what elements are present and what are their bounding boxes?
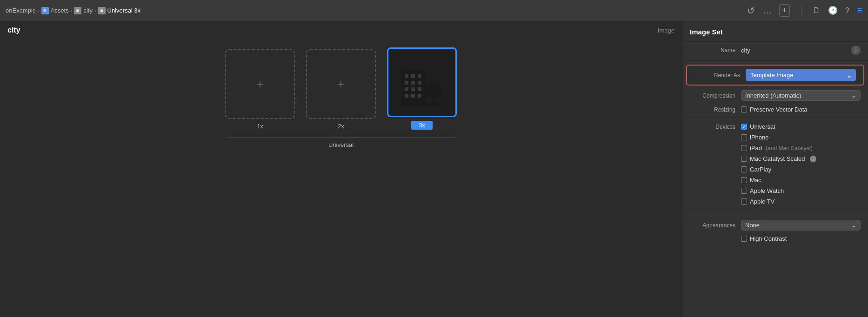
breadcrumb-sep-3: › [94, 8, 96, 13]
svg-rect-15 [399, 103, 445, 105]
breadcrumb-sep-2: › [71, 8, 73, 13]
device-label-universal: Universal [750, 123, 775, 130]
device-item-mac: Mac [741, 177, 761, 184]
breadcrumb-sep-1: › [38, 8, 40, 13]
svg-rect-6 [411, 81, 415, 85]
recent-icon[interactable]: 🕐 [828, 6, 838, 15]
top-bar-actions: ↺ … + 🗋 🕐 ? ≡ [747, 4, 862, 17]
svg-point-14 [425, 82, 442, 99]
device-row-mac-catalyst: Mac Catalyst Scaled i [682, 153, 868, 164]
render-as-dropdown[interactable]: Template Image ⌄ [746, 69, 856, 81]
device-item-mac-catalyst: Mac Catalyst Scaled i [741, 155, 816, 162]
name-field-value: city [741, 47, 851, 54]
device-item-carplay: CarPlay [741, 166, 771, 173]
appearances-arrow-icon: ⌄ [851, 222, 856, 229]
device-row-iphone: iPhone [682, 132, 868, 143]
name-field-label: Name [690, 47, 741, 53]
device-row-apple-watch: Apple Watch [682, 185, 868, 196]
device-checkbox-iphone[interactable] [741, 134, 747, 140]
divider-1 [682, 60, 868, 61]
device-checkbox-mac[interactable] [741, 177, 747, 183]
slot-box-3x[interactable] [387, 47, 457, 117]
device-label-apple-tv: Apple TV [750, 198, 775, 205]
render-as-dropdown-arrow: ⌄ [846, 71, 852, 79]
city-building-svg [396, 57, 447, 108]
inspector-icon[interactable]: ≡ [857, 5, 862, 16]
resizing-label: Resizing [690, 106, 741, 113]
compression-dropdown[interactable]: Inherited (Automatic) ⌄ [741, 90, 861, 101]
device-label-apple-watch: Apple Watch [750, 187, 784, 194]
svg-rect-8 [411, 94, 415, 98]
assets-icon: ⊞ [41, 7, 49, 14]
device-row-mac: Mac [682, 175, 868, 185]
breadcrumb-label-assets: Assets [51, 7, 69, 14]
device-label-mac-catalyst: Mac Catalyst Scaled [750, 155, 805, 162]
universal3x-icon: ▣ [98, 7, 106, 14]
mac-catalyst-info-icon[interactable]: i [810, 156, 816, 162]
device-checkbox-universal[interactable] [741, 124, 747, 130]
new-file-icon[interactable]: 🗋 [813, 6, 821, 15]
top-bar: onExample › ⊞ Assets › ▣ city › ▣ Univer… [0, 0, 868, 21]
device-checkbox-apple-watch[interactable] [741, 188, 747, 194]
breadcrumb-item-assets[interactable]: ⊞ Assets [41, 7, 69, 14]
more-options-button[interactable]: … [762, 5, 772, 16]
svg-rect-9 [418, 74, 421, 78]
device-row-ipad: iPad (and Mac Catalyst) [682, 143, 868, 153]
add-editor-button[interactable]: + [779, 4, 790, 17]
universal-label: Universal [227, 137, 455, 148]
compression-value: Inherited (Automatic) [745, 92, 801, 99]
panel-section-title: Image Set [682, 21, 868, 42]
resizing-row: Resizing Preserve Vector Data [682, 104, 868, 115]
device-item-apple-watch: Apple Watch [741, 187, 784, 194]
device-row-universal: Devices Universal [682, 121, 868, 132]
preserve-vector-data-item: Preserve Vector Data [741, 106, 808, 113]
render-as-value: Template Image [750, 72, 794, 79]
svg-rect-12 [418, 94, 421, 98]
image-slot-1x: + 1x [225, 49, 295, 130]
device-item-apple-tv: Apple TV [741, 198, 775, 205]
device-item-ipad: iPad (and Mac Catalyst) [741, 145, 813, 152]
device-checkbox-mac-catalyst[interactable] [741, 156, 747, 162]
appearances-row: Appearances None ⌄ [682, 216, 868, 233]
high-contrast-label: High Contrast [750, 235, 787, 242]
breadcrumb-item-city[interactable]: ▣ city [74, 7, 93, 14]
breadcrumb-item-app[interactable]: onExample [6, 7, 36, 14]
device-sub-ipad: (and Mac Catalyst) [766, 145, 813, 152]
canvas-title: city [7, 26, 20, 34]
plus-icon-1x: + [256, 77, 264, 92]
svg-rect-7 [411, 87, 415, 91]
render-as-row: Render As Template Image ⌄ [686, 65, 864, 86]
device-row-carplay: CarPlay [682, 164, 868, 175]
device-checkbox-carplay[interactable] [741, 166, 747, 172]
image-slots-row: + 1x + 2x [225, 47, 457, 130]
device-label-ipad: iPad [750, 145, 762, 152]
device-checkbox-apple-tv[interactable] [741, 198, 747, 205]
slot-box-1x[interactable]: + [225, 49, 295, 119]
high-contrast-row: High Contrast [682, 233, 868, 244]
svg-rect-3 [405, 87, 408, 91]
device-checkbox-ipad[interactable] [741, 145, 747, 151]
breadcrumb: onExample › ⊞ Assets › ▣ city › ▣ Univer… [6, 7, 140, 14]
breadcrumb-item-universal3x[interactable]: ▣ Universal 3x [98, 7, 141, 14]
appearances-dropdown[interactable]: None ⌄ [741, 220, 861, 231]
main-layout: city Image + 1x + 2x [0, 21, 868, 317]
slot-box-2x[interactable]: + [306, 49, 376, 119]
name-arrow-button[interactable]: › [851, 46, 861, 55]
device-item-universal: Universal [741, 123, 775, 130]
svg-rect-10 [418, 81, 421, 85]
preserve-vector-data-checkbox[interactable] [741, 106, 747, 112]
devices-section: Devices Universal iPhone iPad [682, 119, 868, 209]
right-panel: Image Set Name city › Render As Template… [682, 21, 868, 317]
slot-label-2x: 2x [338, 123, 344, 130]
divider-3 [682, 211, 868, 211]
breadcrumb-label-universal3x: Universal 3x [107, 7, 141, 14]
canvas-image-label: Image [658, 27, 674, 34]
divider-2 [682, 117, 868, 118]
high-contrast-checkbox[interactable] [741, 236, 747, 242]
compression-arrow-icon: ⌄ [851, 92, 856, 99]
device-label-mac: Mac [750, 177, 761, 184]
undo-redo-button[interactable]: ↺ [747, 5, 755, 16]
help-icon[interactable]: ? [845, 6, 849, 15]
slot-label-3x: 3x [411, 121, 433, 130]
appearances-label: Appearances [690, 222, 741, 229]
